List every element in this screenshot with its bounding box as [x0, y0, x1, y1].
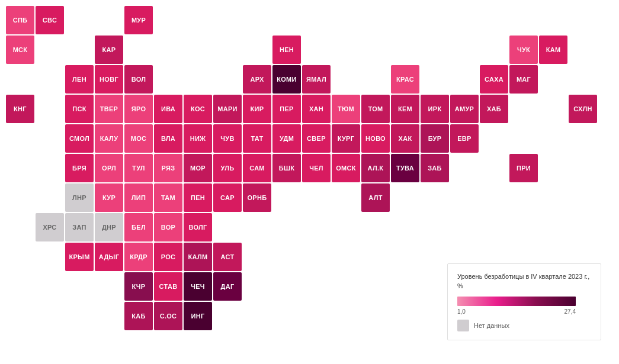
empty-cell — [272, 243, 301, 271]
region-cell[interactable]: СВС — [36, 6, 64, 34]
region-cell[interactable]: НИЖ — [184, 124, 212, 153]
region-cell[interactable]: БУР — [421, 124, 449, 153]
region-cell[interactable]: НОВГ — [95, 65, 123, 94]
region-cell[interactable]: ХАК — [391, 124, 419, 153]
region-cell[interactable]: ЧЕЧ — [184, 272, 212, 301]
region-cell[interactable]: КАЛМ — [184, 243, 212, 271]
region-cell[interactable]: ИНГ — [184, 302, 212, 330]
empty-cell — [302, 272, 331, 301]
region-cell[interactable]: АМУР — [450, 95, 479, 123]
region-cell[interactable]: ХАБ — [480, 95, 508, 123]
legend-min: 1,0 — [457, 308, 466, 315]
region-cell[interactable]: ИРК — [421, 95, 449, 123]
region-cell[interactable]: ХРС — [36, 213, 64, 241]
region-cell[interactable]: БЕЛ — [124, 213, 153, 241]
region-cell[interactable]: РЯЗ — [154, 154, 182, 182]
region-cell[interactable]: КЕМ — [391, 95, 419, 123]
region-cell[interactable]: РОС — [154, 243, 182, 271]
region-cell[interactable]: СПБ — [6, 6, 34, 34]
region-cell[interactable]: ЛИП — [124, 183, 153, 212]
region-cell[interactable]: ЯРО — [124, 95, 153, 123]
region-cell[interactable]: ЧУК — [509, 36, 538, 64]
region-cell[interactable]: ЕВР — [450, 124, 479, 153]
region-cell[interactable]: АСТ — [213, 243, 242, 271]
region-cell[interactable]: КАМ — [539, 36, 567, 64]
region-cell[interactable]: КУР — [95, 183, 123, 212]
region-cell[interactable]: КАЛУ — [95, 124, 123, 153]
region-cell[interactable]: УДМ — [272, 124, 301, 153]
region-cell[interactable]: СТАВ — [154, 272, 182, 301]
region-cell[interactable]: ИВА — [154, 95, 182, 123]
region-cell[interactable]: САМ — [243, 154, 271, 182]
region-cell[interactable]: ТАМ — [154, 183, 182, 212]
region-cell[interactable]: ЧЕЛ — [302, 154, 331, 182]
region-cell[interactable]: КИР — [243, 95, 271, 123]
region-cell[interactable]: ДАГ — [213, 272, 242, 301]
region-cell[interactable]: КАР — [95, 36, 123, 64]
region-cell[interactable]: ОРЛ — [95, 154, 123, 182]
region-cell[interactable]: МУР — [124, 6, 153, 34]
region-cell[interactable]: АЛТ — [361, 183, 390, 212]
region-cell[interactable]: ВОЛГ — [184, 213, 212, 241]
region-cell[interactable]: КНГ — [6, 95, 34, 123]
empty-cell — [243, 6, 271, 34]
region-cell[interactable]: ДНР — [95, 213, 123, 241]
region-cell[interactable]: ЧУВ — [213, 124, 242, 153]
empty-cell — [184, 65, 212, 94]
region-cell[interactable]: КРАС — [391, 65, 419, 94]
region-cell[interactable]: МСК — [6, 36, 34, 64]
region-cell[interactable]: СМОЛ — [65, 124, 94, 153]
region-cell[interactable]: БШК — [272, 154, 301, 182]
region-cell[interactable]: УЛЬ — [213, 154, 242, 182]
region-cell[interactable]: ТУЛ — [124, 154, 153, 182]
empty-cell — [213, 302, 242, 330]
region-cell[interactable]: КЧР — [124, 272, 153, 301]
region-cell[interactable]: ХАН — [302, 95, 331, 123]
region-cell[interactable]: АДЫГ — [95, 243, 123, 271]
region-cell[interactable]: ЯМАЛ — [302, 65, 331, 94]
region-cell[interactable]: ПСК — [65, 95, 94, 123]
region-cell[interactable]: ПЕН — [184, 183, 212, 212]
region-cell[interactable]: СХЛН — [569, 95, 597, 123]
region-cell[interactable]: ТАТ — [243, 124, 271, 153]
region-cell[interactable]: АЛ.К — [361, 154, 390, 182]
region-cell[interactable]: КАБ — [124, 302, 153, 330]
region-cell[interactable]: МОР — [184, 154, 212, 182]
region-cell[interactable]: КРЫМ — [65, 243, 94, 271]
region-cell[interactable]: НЕН — [272, 36, 301, 64]
region-cell[interactable]: АРХ — [243, 65, 271, 94]
legend-nodata-box — [457, 320, 469, 331]
region-cell[interactable]: ТЮМ — [332, 95, 360, 123]
region-cell[interactable]: КУРГ — [332, 124, 360, 153]
region-cell[interactable]: КОС — [184, 95, 212, 123]
empty-cell — [36, 154, 64, 182]
region-cell[interactable]: КОМИ — [272, 65, 301, 94]
region-cell[interactable]: САХА — [480, 65, 508, 94]
empty-cell — [65, 6, 94, 34]
empty-cell — [569, 183, 597, 212]
region-cell[interactable]: МОС — [124, 124, 153, 153]
empty-cell — [302, 302, 331, 330]
region-cell[interactable]: С.ОС — [154, 302, 182, 330]
region-cell[interactable]: МАГ — [509, 65, 538, 94]
region-cell[interactable]: ОРНБ — [243, 183, 271, 212]
region-cell[interactable]: ПРИ — [509, 154, 538, 182]
region-cell[interactable]: СВЕР — [302, 124, 331, 153]
region-cell[interactable]: БРЯ — [65, 154, 94, 182]
region-cell[interactable]: ТОМ — [361, 95, 390, 123]
region-cell[interactable]: КРДР — [124, 243, 153, 271]
region-cell[interactable]: ЛНР — [65, 183, 94, 212]
region-cell[interactable]: ЗАП — [65, 213, 94, 241]
region-cell[interactable]: ТВЕР — [95, 95, 123, 123]
region-cell[interactable]: ТУВА — [391, 154, 419, 182]
region-cell[interactable]: ЗАБ — [421, 154, 449, 182]
region-cell[interactable]: ВОР — [154, 213, 182, 241]
region-cell[interactable]: НОВО — [361, 124, 390, 153]
region-cell[interactable]: МАРИ — [213, 95, 242, 123]
region-cell[interactable]: ВЛА — [154, 124, 182, 153]
region-cell[interactable]: ВОЛ — [124, 65, 153, 94]
region-cell[interactable]: ЛЕН — [65, 65, 94, 94]
region-cell[interactable]: ОМСК — [332, 154, 360, 182]
region-cell[interactable]: ПЕР — [272, 95, 301, 123]
region-cell[interactable]: САР — [213, 183, 242, 212]
